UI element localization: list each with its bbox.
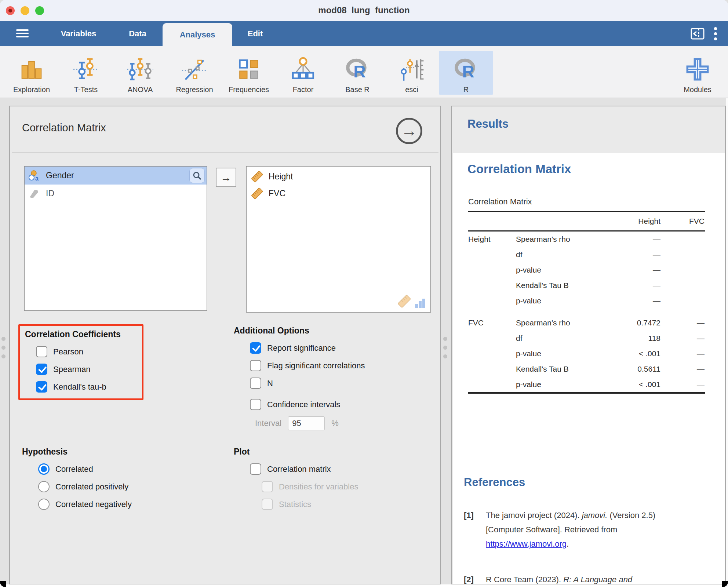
panel-splitter-handle[interactable] [443,337,447,358]
spearman-checkbox[interactable] [36,364,47,375]
left-panel-resize-handle[interactable] [1,337,6,358]
option-correlated-negatively[interactable]: Correlated negatively [38,499,213,510]
kendalls-tau-b-checkbox[interactable] [36,381,47,393]
variable-row-id[interactable]: ID [25,185,207,203]
selected-variables-list[interactable]: Height FVC [246,166,431,313]
section-heading: Plot [234,447,425,457]
section-heading: Additional Options [234,326,439,336]
variable-row-fvc[interactable]: FVC [247,185,430,203]
table-row: p-value< .001— [468,346,705,361]
bar-chart-icon [18,54,45,85]
svg-text:R: R [353,62,365,81]
option-flag-significant[interactable]: Flag significant correlations [250,360,439,371]
table-row: Kendall's Tau B0.5611— [468,361,705,377]
more-options-icon[interactable] [714,27,717,40]
tab-data[interactable]: Data [114,21,161,46]
table-row: p-value— [468,293,705,309]
modules-plus-icon [684,54,711,85]
option-report-significance[interactable]: Report significance [250,342,439,354]
ribbon-item-frequencies[interactable]: Frequencies [222,46,276,98]
hamburger-menu-icon[interactable] [16,29,29,38]
section-heading: Correlation Coefficients [25,329,142,339]
ribbon-item-exploration[interactable]: Exploration [4,46,59,98]
pearson-checkbox[interactable] [36,346,47,357]
plot-section: Plot Correlation matrix Densities for va… [234,447,425,516]
move-variable-button[interactable]: → [216,168,236,187]
additional-options-section: Additional Options Report significance F… [234,326,439,430]
report-significance-checkbox[interactable] [250,342,261,354]
option-correlated[interactable]: Correlated [38,463,213,475]
col-header-height: Height [605,212,661,231]
option-pearson[interactable]: Pearson [36,346,142,357]
tab-variables[interactable]: Variables [53,21,104,46]
analyses-ribbon: Exploration T-Tests [0,46,728,98]
continuous-variable-icon [250,187,263,200]
option-kendalls-tau-b[interactable]: Kendall's tau-b [36,381,142,393]
correlation-matrix-plot-checkbox[interactable] [250,463,261,475]
ribbon-item-regression[interactable]: Regression [167,46,222,98]
references-section: References [1] The jamovi project (2024)… [464,476,713,584]
continuous-variable-icon [250,170,263,183]
correlated-positively-radio[interactable] [38,481,50,492]
svg-text:R: R [462,62,474,81]
option-statistics: Statistics [262,499,425,510]
ribbon-item-factor[interactable]: Factor [276,46,330,98]
confidence-intervals-checkbox[interactable] [250,399,261,410]
variable-name: Gender [46,171,74,181]
section-heading: Hypothesis [22,447,213,457]
correlated-radio[interactable] [38,463,50,475]
ribbon-item-base-r[interactable]: R Base R [330,46,385,98]
variable-row-gender[interactable]: a Gender [25,167,207,185]
correlated-negatively-radio[interactable] [38,499,50,510]
interval-label: Interval [255,419,281,428]
results-panel: Results Correlation Matrix Correlation M… [451,106,726,584]
reference-2: [2] R Core Team (2023). R: A Language an… [464,572,713,584]
flag-significant-checkbox[interactable] [250,360,261,371]
results-document: Correlation Matrix Correlation Matrix He… [453,153,725,584]
collapse-analysis-button[interactable]: → [396,118,422,144]
search-button[interactable] [189,168,205,183]
correlation-matrix-table: Height FVC HeightSpearman's rho— df— p-v… [468,211,705,394]
option-correlated-positively[interactable]: Correlated positively [38,481,213,492]
collapse-results-icon[interactable] [691,28,705,40]
interval-input[interactable] [288,416,325,430]
option-densities: Densities for variables [262,481,425,492]
run-arrow-icon: → [401,121,417,139]
ribbon-item-t-tests[interactable]: T-Tests [59,46,113,98]
option-n[interactable]: N [250,378,439,389]
svg-text:a: a [35,175,39,182]
results-heading: Results [467,117,509,131]
references-heading: References [464,476,713,489]
option-confidence-intervals[interactable]: Confidence intervals [250,399,439,410]
r-logo-icon: R [452,54,480,85]
tab-analyses[interactable]: Analyses [163,23,232,46]
id-variable-icon [28,188,41,200]
jamovi-link[interactable]: https://www.jamovi.org [486,539,567,548]
results-scroll-gutter[interactable] [726,98,728,587]
menu-bar: Variables Data Analyses Edit [0,21,728,46]
ribbon-item-esci[interactable]: esci [385,46,439,98]
continuous-variable-icon-faded [397,294,411,309]
ribbon-item-anova[interactable]: ANOVA [113,46,167,98]
accepted-variable-types-hint [397,294,427,309]
table-row: HeightSpearman's rho— [468,231,705,247]
tab-edit[interactable]: Edit [232,21,278,46]
right-arrow-icon: → [221,171,232,184]
regression-icon [181,54,208,85]
variable-row-height[interactable]: Height [247,167,430,185]
available-variables-list[interactable]: a Gender ID [24,166,207,311]
statistics-checkbox [262,499,273,510]
ribbon-item-r[interactable]: R R [439,51,493,95]
option-spearman[interactable]: Spearman [36,364,142,375]
factor-icon [290,54,317,85]
n-checkbox[interactable] [250,378,261,389]
option-correlation-matrix-plot[interactable]: Correlation matrix [250,463,425,475]
table-row: df— [468,247,705,262]
correlation-coefficients-section: Correlation Coefficients Pearson Spearma… [18,324,143,400]
mini-bar-chart-icon [414,298,427,309]
interval-unit: % [331,419,339,428]
title-bar: mod08_lung_function [0,0,728,21]
results-section-title: Correlation Matrix [467,162,571,176]
anova-icon [127,54,154,85]
ribbon-item-modules[interactable]: Modules [674,46,721,98]
